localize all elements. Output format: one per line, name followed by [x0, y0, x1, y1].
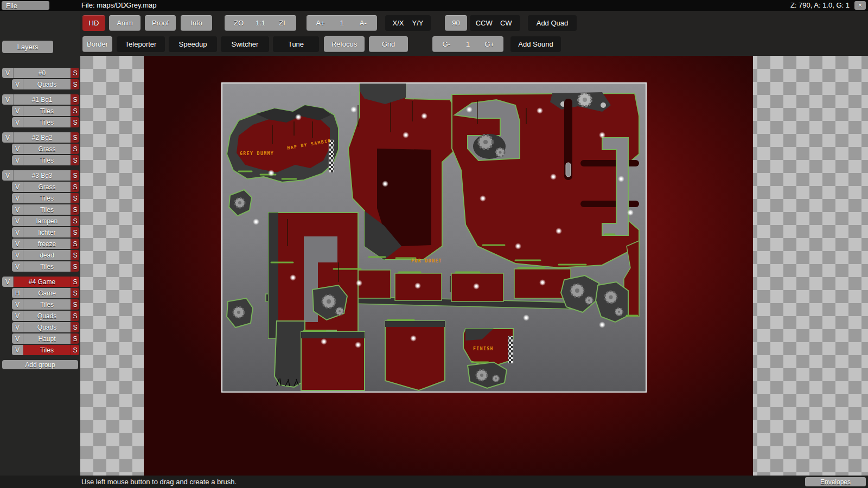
visibility-toggle[interactable]: V — [12, 261, 23, 272]
visibility-toggle[interactable]: V — [2, 68, 14, 78]
sync-toggle[interactable]: S — [71, 277, 79, 287]
layer-row-tiles[interactable]: VTilesS — [12, 193, 79, 203]
group-row--1-bg1[interactable]: V#1 Bg1S — [2, 94, 79, 105]
row-label[interactable]: Quads — [23, 79, 71, 89]
layer-row-tiles[interactable]: VTilesS — [12, 345, 79, 355]
row-label[interactable]: Haupt — [23, 333, 71, 344]
row-label[interactable]: #3 Bg3 — [14, 170, 71, 181]
layer-row-game[interactable]: HGameS — [12, 288, 79, 298]
visibility-toggle[interactable]: V — [2, 170, 14, 181]
visibility-toggle[interactable]: V — [12, 117, 23, 127]
file-menu-button[interactable]: File — [2, 1, 49, 10]
visibility-toggle[interactable]: V — [12, 216, 23, 226]
row-label[interactable]: lichter — [23, 227, 71, 237]
row-label[interactable]: Tiles — [23, 299, 71, 310]
row-label[interactable]: Tiles — [23, 345, 71, 355]
row-label[interactable]: Game — [23, 288, 71, 298]
zoom-out-button[interactable]: ZO — [228, 19, 250, 27]
layer-row-tiles[interactable]: VTilesS — [12, 299, 79, 310]
layer-row-grass[interactable]: VGrassS — [12, 144, 79, 154]
visibility-toggle[interactable]: V — [12, 322, 23, 332]
layer-row-quads[interactable]: VQuadsS — [12, 322, 79, 332]
layer-row-tiles[interactable]: VTilesS — [12, 117, 79, 127]
sync-toggle[interactable]: S — [71, 79, 79, 89]
zoom-reset-button[interactable]: 1:1 — [250, 19, 271, 27]
envelopes-button[interactable]: Envelopes — [805, 477, 866, 486]
sync-toggle[interactable]: S — [71, 250, 79, 260]
sync-toggle[interactable]: S — [71, 204, 79, 215]
layer-row-tiles[interactable]: VTilesS — [12, 261, 79, 272]
anim-speed-down-button[interactable]: A- — [353, 19, 374, 27]
layers-panel-header[interactable]: Layers — [2, 41, 53, 53]
add-group-button[interactable]: Add group — [2, 360, 78, 369]
row-label[interactable]: #2 Bg2 — [14, 132, 71, 143]
info-toggle-button[interactable]: Info — [181, 15, 212, 31]
sync-toggle[interactable]: S — [71, 68, 79, 78]
layer-row-quads[interactable]: VQuadsS — [12, 79, 79, 89]
sync-toggle[interactable]: S — [71, 193, 79, 203]
teleporter-button[interactable]: Teleporter — [117, 36, 165, 52]
sync-toggle[interactable]: S — [71, 132, 79, 143]
rotate-ccw-button[interactable]: CCW — [473, 19, 495, 27]
visibility-toggle[interactable]: V — [12, 193, 23, 203]
grid-size-minus-button[interactable]: G- — [436, 40, 457, 48]
sync-toggle[interactable]: S — [71, 170, 79, 181]
sync-toggle[interactable]: S — [71, 239, 79, 249]
row-label[interactable]: Tiles — [23, 106, 71, 116]
tune-button[interactable]: Tune — [273, 36, 319, 52]
grid-toggle-button[interactable]: Grid — [369, 36, 408, 52]
sync-toggle[interactable]: S — [71, 227, 79, 237]
sync-toggle[interactable]: S — [71, 144, 79, 154]
add-sound-button[interactable]: Add Sound — [510, 36, 561, 52]
sync-toggle[interactable]: S — [71, 288, 79, 298]
row-label[interactable]: Tiles — [23, 117, 71, 127]
visibility-toggle[interactable]: V — [12, 333, 23, 344]
layer-row-haupt[interactable]: VHauptS — [12, 333, 79, 344]
sync-toggle[interactable]: S — [71, 322, 79, 332]
row-label[interactable]: Tiles — [23, 193, 71, 203]
group-row--3-bg3[interactable]: V#3 Bg3S — [2, 170, 79, 181]
speedup-button[interactable]: Speedup — [169, 36, 217, 52]
row-label[interactable]: #0 — [14, 68, 71, 78]
map-editor-canvas[interactable]: GREY DUMMY MAP BY SAMBIO FOR DDNET FINIS… — [80, 56, 868, 476]
sync-toggle[interactable]: S — [71, 106, 79, 116]
flip-x-button[interactable]: X/X — [388, 19, 408, 27]
anim-speed-up-button[interactable]: A+ — [310, 19, 331, 27]
row-label[interactable]: Tiles — [23, 155, 71, 165]
sync-toggle[interactable]: S — [71, 261, 79, 272]
row-label[interactable]: Grass — [23, 144, 71, 154]
row-label[interactable]: Tiles — [23, 261, 71, 272]
flip-y-button[interactable]: Y/Y — [408, 19, 427, 27]
sync-toggle[interactable]: S — [71, 345, 79, 355]
add-quad-button[interactable]: Add Quad — [528, 15, 577, 31]
sync-toggle[interactable]: S — [71, 182, 79, 192]
sync-toggle[interactable]: S — [71, 216, 79, 226]
refocus-button[interactable]: Refocus — [324, 36, 365, 52]
layer-row-tiles[interactable]: VTilesS — [12, 106, 79, 116]
row-label[interactable]: dead — [23, 250, 71, 260]
row-label[interactable]: Quads — [23, 311, 71, 321]
layer-row-lichter[interactable]: VlichterS — [12, 227, 79, 237]
visibility-toggle[interactable]: V — [2, 94, 14, 105]
visibility-toggle[interactable]: V — [2, 132, 14, 143]
visibility-toggle[interactable]: V — [12, 79, 23, 89]
visibility-toggle[interactable]: V — [12, 155, 23, 165]
visibility-toggle[interactable]: V — [12, 227, 23, 237]
layer-row-tiles[interactable]: VTilesS — [12, 155, 79, 165]
layer-row-tiles[interactable]: VTilesS — [12, 204, 79, 215]
row-label[interactable]: Grass — [23, 182, 71, 192]
zoom-in-button[interactable]: ZI — [271, 19, 293, 27]
visibility-toggle[interactable]: V — [12, 299, 23, 310]
layer-row-lampen[interactable]: VlampenS — [12, 216, 79, 226]
row-label[interactable]: #4 Game — [14, 277, 71, 287]
row-label[interactable]: #1 Bg1 — [14, 94, 71, 105]
layer-row-freeze[interactable]: VfreezeS — [12, 239, 79, 249]
layer-row-quads[interactable]: VQuadsS — [12, 311, 79, 321]
close-icon[interactable]: × — [854, 1, 866, 10]
rotate-amount-button[interactable]: 90 — [445, 15, 467, 31]
visibility-toggle[interactable]: V — [12, 345, 23, 355]
group-row--0[interactable]: V#0S — [2, 68, 79, 78]
visibility-toggle[interactable]: V — [12, 239, 23, 249]
sync-toggle[interactable]: S — [71, 299, 79, 310]
row-label[interactable]: lampen — [23, 216, 71, 226]
